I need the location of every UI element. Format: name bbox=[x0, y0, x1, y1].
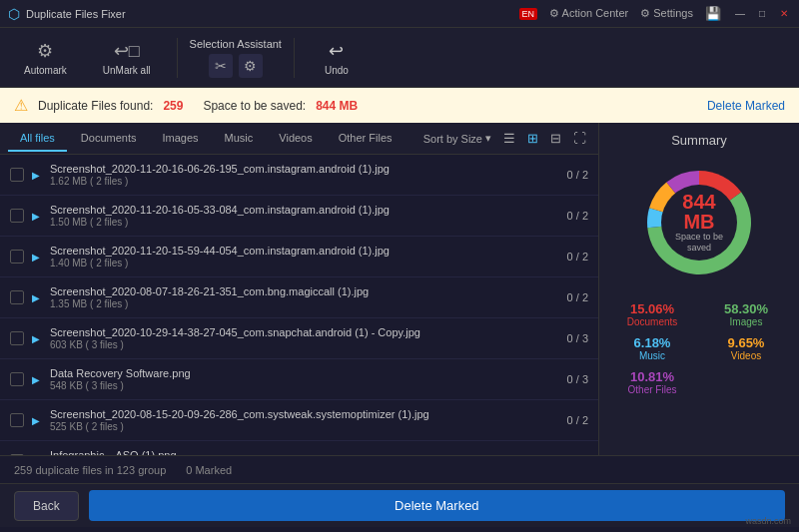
file-name: Data Recovery Software.png bbox=[50, 367, 540, 379]
sa-scissors-icon[interactable]: ✂ bbox=[209, 54, 233, 78]
donut-center: 844 MB Space to besaved bbox=[667, 192, 732, 254]
stat-percent: 58.30% bbox=[703, 301, 789, 316]
donut-center-size: 844 MB bbox=[667, 192, 732, 232]
expand-icon[interactable]: ▶ bbox=[32, 292, 42, 303]
table-row[interactable]: ▶ Screenshot_2020-10-29-14-38-27-045_com… bbox=[0, 318, 598, 359]
expand-icon[interactable]: ▶ bbox=[32, 333, 42, 344]
expand-icon[interactable]: ▶ bbox=[32, 252, 42, 263]
sort-button[interactable]: Sort by Size ▾ bbox=[417, 130, 497, 147]
status-bar: 259 duplicate files in 123 group 0 Marke… bbox=[0, 455, 799, 483]
list-view-icon[interactable]: ☰ bbox=[499, 129, 519, 148]
stat-item: 10.81% Other Files bbox=[609, 369, 695, 395]
delete-marked-button[interactable]: Delete Marked bbox=[89, 490, 785, 521]
language-flag[interactable]: EN bbox=[519, 8, 538, 20]
file-checkbox[interactable] bbox=[10, 168, 24, 182]
watermark: wasdn.com bbox=[745, 516, 791, 526]
file-checkbox[interactable] bbox=[10, 250, 24, 264]
tab-images[interactable]: Images bbox=[150, 126, 210, 152]
file-size: 1.62 MB ( 2 files ) bbox=[50, 176, 540, 187]
file-info: Screenshot_2020-11-20-16-05-33-084_com.i… bbox=[50, 204, 540, 228]
file-name: Screenshot_2020-11-20-16-06-26-195_com.i… bbox=[50, 163, 540, 175]
undo-label: Undo bbox=[325, 65, 349, 76]
stat-item: 9.65% Videos bbox=[703, 335, 789, 361]
file-name: Screenshot_2020-11-20-16-05-33-084_com.i… bbox=[50, 204, 540, 216]
tab-all-files[interactable]: All files bbox=[8, 126, 67, 152]
expand-icon[interactable]: ▶ bbox=[32, 415, 42, 426]
stat-label: Documents bbox=[609, 316, 695, 327]
left-panel: All files Documents Images Music Videos … bbox=[0, 123, 599, 455]
toolbar-separator-2 bbox=[294, 38, 295, 78]
unmark-icon: ↩□ bbox=[114, 40, 140, 62]
grid-view-icon[interactable]: ⊞ bbox=[523, 129, 542, 148]
file-count: 0 / 3 bbox=[548, 332, 588, 344]
file-size: 603 KB ( 3 files ) bbox=[50, 339, 540, 350]
file-checkbox[interactable] bbox=[10, 331, 24, 345]
expand-icon[interactable]: ▶ bbox=[32, 374, 42, 385]
file-size: 1.50 MB ( 2 files ) bbox=[50, 217, 540, 228]
expand-icon[interactable]: ▶ bbox=[32, 211, 42, 222]
stat-label: Images bbox=[703, 316, 789, 327]
back-button[interactable]: Back bbox=[14, 491, 79, 521]
selection-assistant-label: Selection Assistant bbox=[190, 38, 282, 50]
table-row[interactable]: ▶ Screenshot_2020-11-20-16-05-33-084_com… bbox=[0, 196, 598, 237]
window-controls[interactable]: — □ ✕ bbox=[733, 7, 791, 21]
tab-videos[interactable]: Videos bbox=[267, 126, 324, 152]
file-checkbox[interactable] bbox=[10, 454, 24, 455]
delete-marked-link[interactable]: Delete Marked bbox=[707, 99, 785, 113]
file-count: 0 / 3 bbox=[548, 373, 588, 385]
settings-btn[interactable]: ⚙ Settings bbox=[640, 7, 693, 20]
automark-label: Automark bbox=[24, 65, 67, 76]
close-btn[interactable]: ✕ bbox=[777, 7, 791, 21]
action-center-btn[interactable]: ⚙ Action Center bbox=[549, 7, 628, 20]
table-row[interactable]: ▶ Screenshot_2020-11-20-15-59-44-054_com… bbox=[0, 237, 598, 277]
automark-icon: ⚙ bbox=[37, 40, 53, 62]
automark-button[interactable]: ⚙ Automark bbox=[10, 34, 81, 82]
file-count: 0 / 2 bbox=[548, 414, 588, 426]
tab-documents[interactable]: Documents bbox=[69, 126, 149, 152]
stat-item: 58.30% Images bbox=[703, 301, 789, 327]
donut-chart: 844 MB Space to besaved bbox=[634, 158, 764, 287]
tab-other-files[interactable]: Other Files bbox=[327, 126, 404, 152]
unmark-all-button[interactable]: ↩□ UnMark all bbox=[89, 34, 165, 82]
save-icon[interactable]: 💾 bbox=[705, 6, 721, 21]
sa-gear-icon[interactable]: ⚙ bbox=[239, 54, 263, 78]
file-checkbox[interactable] bbox=[10, 290, 24, 304]
file-count: 0 / 2 bbox=[548, 210, 588, 222]
toolbar: ⚙ Automark ↩□ UnMark all Selection Assis… bbox=[0, 28, 799, 88]
large-grid-icon[interactable]: ⊟ bbox=[546, 129, 565, 148]
file-checkbox[interactable] bbox=[10, 413, 24, 427]
alert-prefix: Duplicate Files found: bbox=[38, 99, 153, 113]
summary-title: Summary bbox=[671, 133, 727, 148]
file-info: Screenshot_2020-08-07-18-26-21-351_com.b… bbox=[50, 285, 540, 309]
file-info: Data Recovery Software.png 548 KB ( 3 fi… bbox=[50, 367, 540, 391]
stat-label: Videos bbox=[703, 350, 789, 361]
summary-panel: Summary 844 MB Space to besaved 15.06% D… bbox=[599, 123, 799, 455]
app-logo-icon: ⬡ bbox=[8, 6, 20, 22]
tab-music[interactable]: Music bbox=[213, 126, 266, 152]
file-size: 1.40 MB ( 2 files ) bbox=[50, 258, 540, 268]
expand-icon[interactable]: ▶ bbox=[32, 170, 42, 181]
maximize-btn[interactable]: □ bbox=[755, 7, 769, 21]
table-row[interactable]: ▶ Infographic---ASO (1).png 512 KB ( 2 f… bbox=[0, 441, 598, 455]
file-checkbox[interactable] bbox=[10, 372, 24, 386]
file-count: 0 / 2 bbox=[548, 291, 588, 303]
duplicate-count: 259 bbox=[163, 99, 183, 113]
table-row[interactable]: ▶ Screenshot_2020-11-20-16-06-26-195_com… bbox=[0, 155, 598, 196]
file-list: ▶ Screenshot_2020-11-20-16-06-26-195_com… bbox=[0, 155, 598, 455]
title-bar-right: EN ⚙ Action Center ⚙ Settings 💾 — □ ✕ bbox=[519, 6, 791, 21]
stat-item: 6.18% Music bbox=[609, 335, 695, 361]
unmark-label: UnMark all bbox=[103, 65, 151, 76]
table-row[interactable]: ▶ Screenshot_2020-08-15-20-09-26-286_com… bbox=[0, 400, 598, 441]
file-size: 1.35 MB ( 2 files ) bbox=[50, 298, 540, 309]
expand-icon[interactable]: ⛶ bbox=[569, 129, 590, 148]
table-row[interactable]: ▶ Data Recovery Software.png 548 KB ( 3 … bbox=[0, 359, 598, 400]
donut-center-label: Space to besaved bbox=[667, 232, 732, 254]
bottom-bar: Back Delete Marked bbox=[0, 483, 799, 527]
stats-grid: 15.06% Documents 58.30% Images 6.18% Mus… bbox=[609, 301, 789, 395]
tabs-bar: All files Documents Images Music Videos … bbox=[0, 123, 598, 155]
minimize-btn[interactable]: — bbox=[733, 7, 747, 21]
file-checkbox[interactable] bbox=[10, 209, 24, 223]
undo-button[interactable]: ↩ Undo bbox=[307, 34, 367, 82]
table-row[interactable]: ▶ Screenshot_2020-08-07-18-26-21-351_com… bbox=[0, 277, 598, 318]
file-count: 0 / 2 bbox=[548, 169, 588, 181]
